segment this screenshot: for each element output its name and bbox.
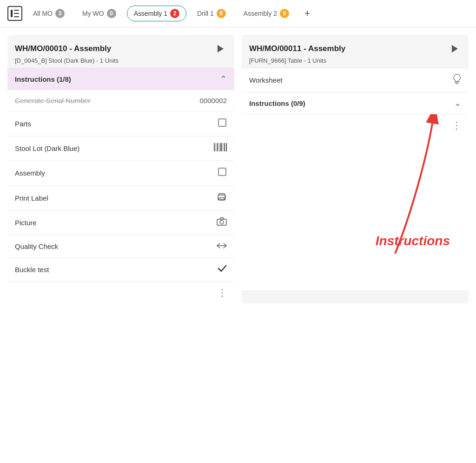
svg-rect-2 <box>14 13 19 14</box>
worksheet-section[interactable]: Worksheet <box>242 68 469 92</box>
assembly-label: Assembly <box>15 169 45 177</box>
parts-label: Parts <box>15 120 31 128</box>
stool-lot-item[interactable]: Stool Lot (Dark Blue) <box>7 136 234 160</box>
serial-number-label: Generate Serial Number <box>15 97 91 104</box>
svg-point-18 <box>220 221 224 224</box>
my-wo-label: My WO <box>82 10 104 17</box>
left-instructions-label: Instructions (1/8) <box>15 75 71 83</box>
all-mo-tab[interactable]: All MO 3 <box>26 6 72 21</box>
picture-label: Picture <box>15 219 37 227</box>
svg-rect-8 <box>219 143 219 151</box>
svg-rect-5 <box>214 143 215 151</box>
left-card-menu-button[interactable]: ⋮ <box>7 281 234 304</box>
right-card: WH/MO/00011 - Assembly [FURN_9666] Table… <box>242 35 469 304</box>
left-card: WH/MO/00010 - Assembly [D_0045_B] Stool … <box>7 35 234 304</box>
drill1-badge: 0 <box>217 9 226 18</box>
assembly-checkbox-icon <box>218 167 227 179</box>
serial-number-value: 0000002 <box>200 97 227 104</box>
right-card-subtitle: [FURN_9666] Table - 1 Units <box>249 57 461 64</box>
serial-number-item: Generate Serial Number 0000002 <box>7 90 234 111</box>
right-instructions-section[interactable]: Instructions (0/9) ⌄ <box>242 92 469 114</box>
right-instructions-label: Instructions (0/9) <box>249 99 305 107</box>
svg-rect-4 <box>218 119 226 126</box>
drill1-label: Drill 1 <box>197 10 214 17</box>
assembly1-label: Assembly 1 <box>134 10 167 17</box>
drill1-tab[interactable]: Drill 1 0 <box>190 6 233 21</box>
right-card-title: WH/MO/00011 - Assembly <box>249 44 345 53</box>
buckle-test-item[interactable]: Buckle test <box>7 258 234 281</box>
quality-check-item[interactable]: Quality Check <box>7 235 234 258</box>
right-card-header: WH/MO/00011 - Assembly [FURN_9666] Table… <box>242 35 469 68</box>
three-dots-icon: ⋮ <box>218 287 227 298</box>
svg-rect-20 <box>456 83 458 84</box>
svg-rect-0 <box>11 10 13 17</box>
all-mo-label: All MO <box>33 10 53 17</box>
my-wo-tab[interactable]: My WO 0 <box>75 6 123 21</box>
svg-rect-3 <box>14 16 19 17</box>
svg-rect-19 <box>455 82 459 83</box>
assembly-item[interactable]: Assembly <box>7 160 234 185</box>
right-card-title-row: WH/MO/00011 - Assembly <box>249 42 461 55</box>
all-mo-badge: 3 <box>55 9 65 18</box>
left-card-header: WH/MO/00010 - Assembly [D_0045_B] Stool … <box>7 35 234 68</box>
assembly2-tab[interactable]: Assembly 2 0 <box>237 6 296 21</box>
right-play-button[interactable] <box>448 42 461 55</box>
main-content: WH/MO/00010 - Assembly [D_0045_B] Stool … <box>0 27 476 311</box>
left-card-title-row: WH/MO/00010 - Assembly <box>15 42 227 55</box>
assembly1-badge: 2 <box>170 9 179 18</box>
left-card-title: WH/MO/00010 - Assembly <box>15 44 111 53</box>
checkmark-icon <box>218 265 227 274</box>
arrows-icon <box>217 241 227 251</box>
printer-icon <box>217 192 227 204</box>
my-wo-badge: 0 <box>107 9 116 18</box>
svg-rect-9 <box>220 143 222 151</box>
svg-rect-11 <box>224 143 225 151</box>
buckle-test-label: Buckle test <box>15 266 49 274</box>
print-label-label: Print Label <box>15 194 48 202</box>
svg-rect-7 <box>217 143 218 151</box>
assembly2-badge: 0 <box>280 9 289 18</box>
annotation-arrow <box>242 114 469 290</box>
chevron-down-icon: ⌄ <box>454 98 461 108</box>
worksheet-label: Worksheet <box>249 76 282 84</box>
camera-icon <box>217 217 227 228</box>
left-card-subtitle: [D_0045_B] Stool (Dark Blue) - 1 Units <box>15 57 227 64</box>
svg-rect-13 <box>218 168 226 176</box>
left-play-button[interactable] <box>214 42 227 55</box>
stool-lot-label: Stool Lot (Dark Blue) <box>15 144 79 152</box>
quality-check-label: Quality Check <box>15 242 58 250</box>
sidebar-toggle-button[interactable] <box>7 6 22 21</box>
chevron-up-icon: ⌃ <box>220 74 227 84</box>
assembly2-label: Assembly 2 <box>244 10 277 17</box>
svg-rect-6 <box>216 143 216 151</box>
annotation-area: ⋮ Instructions <box>242 114 469 290</box>
assembly1-tab[interactable]: Assembly 1 2 <box>127 6 186 21</box>
svg-rect-15 <box>219 198 225 200</box>
add-icon: + <box>304 7 311 20</box>
annotation-text: Instructions <box>376 234 450 248</box>
checkbox-icon <box>218 118 227 130</box>
topbar: All MO 3 My WO 0 Assembly 1 2 Drill 1 0 … <box>0 0 476 27</box>
print-label-item[interactable]: Print Label <box>7 185 234 210</box>
barcode-icon <box>214 143 227 154</box>
svg-rect-12 <box>226 143 227 151</box>
left-instructions-section[interactable]: Instructions (1/8) ⌃ <box>7 68 234 90</box>
svg-rect-1 <box>14 10 19 11</box>
lightbulb-icon <box>453 74 461 86</box>
add-tab-button[interactable]: + <box>300 6 315 21</box>
parts-item[interactable]: Parts <box>7 111 234 136</box>
picture-item[interactable]: Picture <box>7 210 234 235</box>
svg-point-16 <box>224 196 225 197</box>
svg-rect-10 <box>223 143 223 151</box>
